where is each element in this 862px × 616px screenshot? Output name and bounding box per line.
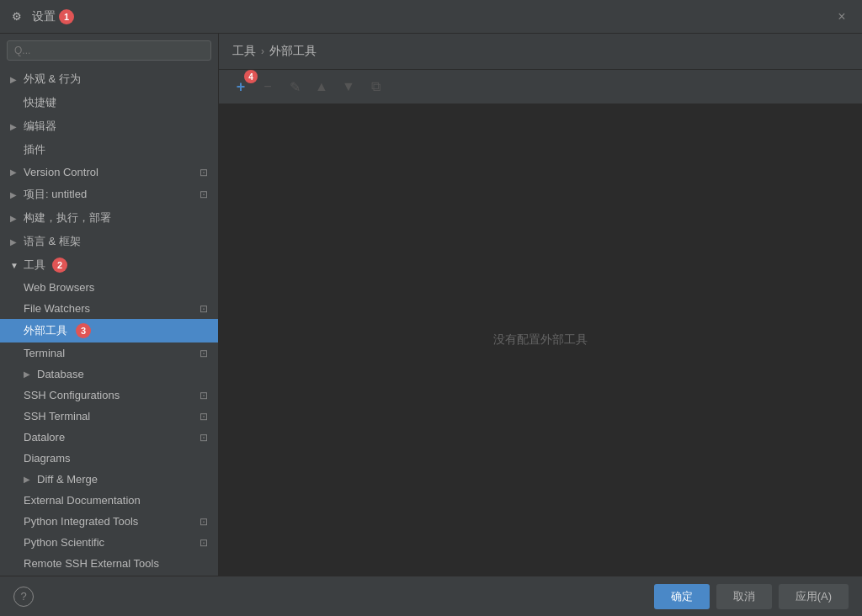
move-down-button[interactable]: ▼ (337, 75, 360, 98)
breadcrumb-part2: 外部工具 (269, 44, 317, 59)
sync-icon: ⊡ (200, 189, 208, 200)
sidebar-item-label: 语言 & 框架 (24, 234, 81, 249)
main-content: ▶ 外观 & 行为 快捷键 ▶ 编辑器 插件 ▶ Version Control… (0, 34, 862, 576)
toolbar: + 4 − ✎ ▲ ▼ ⧉ (219, 70, 862, 104)
apply-button[interactable]: 应用(A) (779, 584, 849, 609)
sidebar-item-label: Python Integrated Tools (24, 515, 138, 528)
copy-tool-button[interactable]: ⧉ (364, 75, 387, 98)
breadcrumb-part1: 工具 (232, 44, 256, 59)
sidebar-item-languages[interactable]: ▶ 语言 & 框架 (0, 230, 218, 253)
sidebar-item-filewatchers[interactable]: File Watchers ⊡ (0, 298, 218, 319)
sidebar-item-label: Web Browsers (24, 281, 94, 294)
chevron-up-icon: ▲ (315, 79, 328, 94)
sidebar-list: ▶ 外观 & 行为 快捷键 ▶ 编辑器 插件 ▶ Version Control… (0, 67, 218, 576)
empty-state-text: 没有配置外部工具 (493, 332, 588, 348)
title-badge: 1 (59, 9, 74, 24)
sidebar-item-label: Version Control (24, 166, 98, 178)
chevron-right-icon: ▶ (10, 167, 20, 177)
minus-icon: − (263, 79, 271, 94)
sync-icon: ⊡ (200, 167, 208, 178)
sidebar-item-label: Diagrams (24, 452, 71, 465)
sidebar-item-label: 工具 (24, 258, 45, 273)
externaltools-badge: 3 (76, 323, 91, 338)
title-bar: ⚙ 设置 1 × (0, 0, 862, 34)
sidebar-item-label: Terminal (24, 347, 65, 359)
sidebar-item-diffmerge[interactable]: ▶ Diff & Merge (0, 469, 218, 490)
sidebar-item-label: Remote SSH External Tools (24, 557, 159, 570)
sidebar-item-sshconfigurations[interactable]: SSH Configurations ⊡ (0, 385, 218, 406)
sidebar-item-label: 编辑器 (24, 119, 56, 134)
chevron-down-icon: ▼ (10, 261, 20, 270)
sidebar-item-appearance[interactable]: ▶ 外观 & 行为 (0, 67, 218, 91)
sidebar-item-versioncontrol[interactable]: ▶ Version Control ⊡ (0, 162, 218, 183)
sidebar-item-webbrowsers[interactable]: Web Browsers (0, 277, 218, 298)
sidebar-item-label: Diff & Merge (37, 473, 98, 486)
sync-icon: ⊡ (200, 537, 208, 549)
sidebar: ▶ 外观 & 行为 快捷键 ▶ 编辑器 插件 ▶ Version Control… (0, 34, 219, 576)
sync-icon: ⊡ (200, 432, 208, 443)
sync-icon: ⊡ (200, 303, 208, 315)
plus-icon: + (237, 78, 246, 96)
tools-badge: 2 (52, 258, 67, 273)
chevron-right-icon: ▶ (10, 75, 20, 84)
confirm-button[interactable]: 确定 (654, 584, 710, 609)
bottom-bar: ? 确定 取消 应用(A) (0, 576, 862, 616)
sidebar-item-project[interactable]: ▶ 项目: untitled ⊡ (0, 183, 218, 206)
sidebar-item-label: Datalore (24, 431, 65, 443)
sidebar-item-label: 快捷键 (24, 95, 56, 110)
sidebar-item-label: Database (37, 368, 84, 380)
sidebar-item-label: SSH Terminal (24, 410, 90, 422)
title-text: 设置 (32, 9, 56, 24)
sync-icon: ⊡ (200, 390, 208, 401)
sidebar-item-externaldoc[interactable]: External Documentation (0, 490, 218, 511)
chevron-down-icon: ▼ (342, 79, 355, 94)
breadcrumb-separator: › (261, 45, 264, 57)
remove-tool-button[interactable]: − (256, 75, 279, 98)
move-up-button[interactable]: ▲ (310, 75, 333, 98)
sync-icon: ⊡ (200, 411, 208, 422)
chevron-right-icon: ▶ (10, 214, 20, 223)
sidebar-item-label: 外部工具 (24, 323, 67, 338)
sync-icon: ⊡ (200, 516, 208, 528)
cancel-button[interactable]: 取消 (716, 584, 772, 609)
help-button[interactable]: ? (13, 587, 34, 607)
sync-icon: ⊡ (200, 348, 208, 359)
pencil-icon: ✎ (290, 79, 301, 95)
chevron-right-icon: ▶ (10, 190, 20, 199)
chevron-right-icon: ▶ (10, 237, 20, 247)
sidebar-item-label: Python Scientific (24, 536, 104, 549)
sidebar-item-editor[interactable]: ▶ 编辑器 (0, 114, 218, 138)
sidebar-item-remotessh[interactable]: Remote SSH External Tools (0, 553, 218, 574)
close-button[interactable]: × (832, 7, 852, 27)
chevron-right-icon: ▶ (24, 475, 34, 484)
add-tool-button[interactable]: + 4 (229, 75, 253, 98)
sidebar-item-shortcuts[interactable]: 快捷键 (0, 91, 218, 114)
sidebar-item-tools[interactable]: ▼ 工具 2 (0, 253, 218, 277)
sidebar-item-sshterminal[interactable]: SSH Terminal ⊡ (0, 406, 218, 427)
sidebar-item-plugins[interactable]: 插件 (0, 138, 218, 162)
bottom-right: 确定 取消 应用(A) (654, 584, 849, 609)
sidebar-item-build[interactable]: ▶ 构建，执行，部署 (0, 206, 218, 230)
sidebar-item-pythonscientific[interactable]: Python Scientific ⊡ (0, 532, 218, 553)
right-panel: 工具 › 外部工具 + 4 − ✎ ▲ ▼ ⧉ (219, 34, 862, 576)
edit-tool-button[interactable]: ✎ (283, 75, 306, 98)
sidebar-item-label: 插件 (24, 142, 45, 157)
breadcrumb: 工具 › 外部工具 (219, 34, 862, 70)
sidebar-item-terminal[interactable]: Terminal ⊡ (0, 343, 218, 364)
sidebar-item-label: SSH Configurations (24, 389, 120, 401)
sidebar-item-datalore[interactable]: Datalore ⊡ (0, 427, 218, 448)
sidebar-item-database[interactable]: ▶ Database (0, 364, 218, 385)
sidebar-item-label: 外观 & 行为 (24, 72, 81, 87)
sidebar-item-label: 构建，执行，部署 (24, 210, 111, 226)
sidebar-item-label: 项目: untitled (24, 187, 87, 202)
bottom-left: ? (13, 587, 34, 607)
settings-icon: ⚙ (8, 8, 25, 25)
sidebar-item-externaltools[interactable]: 外部工具 3 (0, 319, 218, 343)
chevron-right-icon: ▶ (10, 122, 20, 131)
empty-state: 没有配置外部工具 (219, 104, 862, 576)
copy-icon: ⧉ (371, 79, 380, 94)
sidebar-item-diagrams[interactable]: Diagrams (0, 448, 218, 469)
sidebar-item-pythonintegrated[interactable]: Python Integrated Tools ⊡ (0, 511, 218, 532)
sidebar-item-label: File Watchers (24, 302, 90, 315)
search-input[interactable] (7, 40, 211, 61)
